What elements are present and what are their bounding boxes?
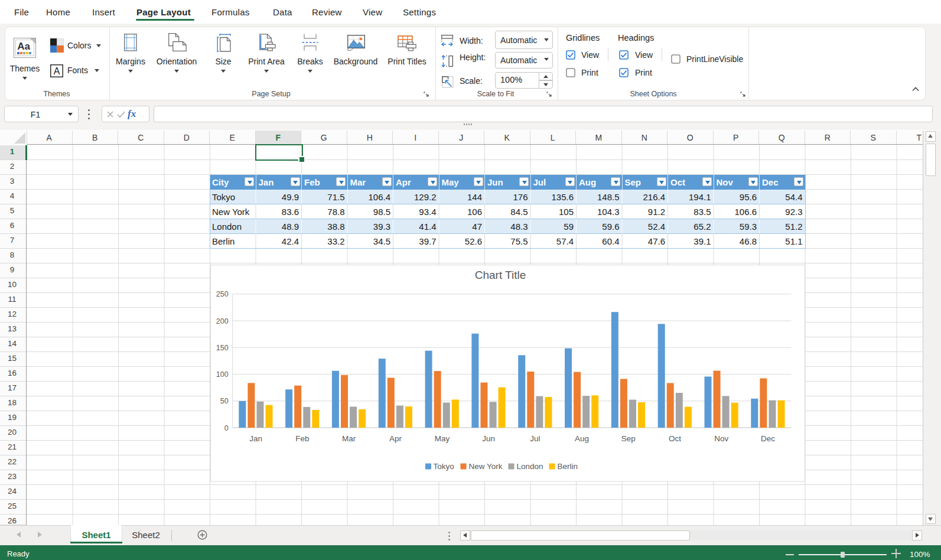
svg-text:Aug: Aug <box>574 434 588 443</box>
svg-text:Aa: Aa <box>17 41 30 52</box>
svg-text:Apr: Apr <box>389 434 402 443</box>
svg-text:100: 100 <box>216 370 228 379</box>
svg-text:200: 200 <box>216 317 228 325</box>
svg-text:Dec: Dec <box>761 434 775 443</box>
svg-text:Sep: Sep <box>621 434 635 443</box>
svg-text:250: 250 <box>216 290 228 298</box>
svg-text:0: 0 <box>224 424 228 432</box>
svg-text:150: 150 <box>216 344 228 352</box>
svg-text:Jun: Jun <box>482 434 495 443</box>
svg-text:Mar: Mar <box>342 434 356 443</box>
svg-text:London: London <box>516 462 543 471</box>
svg-text:Berlin: Berlin <box>557 462 578 471</box>
svg-text:May: May <box>434 434 450 443</box>
svg-text:Jul: Jul <box>530 434 540 443</box>
svg-text:Oct: Oct <box>668 434 680 443</box>
svg-text:Nov: Nov <box>714 434 728 443</box>
svg-text:Chart Title: Chart Title <box>474 269 526 281</box>
svg-text:Feb: Feb <box>295 434 309 443</box>
svg-text:A: A <box>54 66 60 76</box>
svg-text:50: 50 <box>220 397 228 405</box>
svg-text:New York: New York <box>468 462 502 471</box>
svg-text:Jan: Jan <box>249 434 262 443</box>
svg-text:Tokyo: Tokyo <box>433 462 454 471</box>
